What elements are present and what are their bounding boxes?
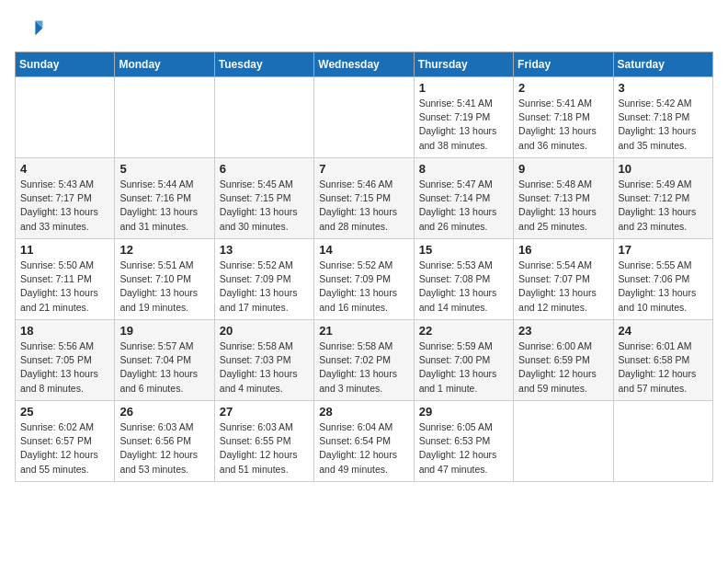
calendar-cell: 6Sunrise: 5:45 AM Sunset: 7:15 PM Daylig…: [214, 158, 313, 239]
calendar-cell: 11Sunrise: 5:50 AM Sunset: 7:11 PM Dayli…: [16, 239, 115, 320]
calendar-cell: 18Sunrise: 5:56 AM Sunset: 7:05 PM Dayli…: [16, 320, 115, 401]
day-detail: Sunrise: 5:52 AM Sunset: 7:09 PM Dayligh…: [319, 259, 408, 315]
calendar-week-row: 18Sunrise: 5:56 AM Sunset: 7:05 PM Dayli…: [16, 320, 713, 401]
day-number: 17: [619, 243, 708, 257]
day-number: 8: [419, 162, 508, 176]
day-detail: Sunrise: 5:41 AM Sunset: 7:18 PM Dayligh…: [518, 97, 608, 153]
day-detail: Sunrise: 5:58 AM Sunset: 7:03 PM Dayligh…: [220, 339, 309, 396]
calendar-cell: [613, 401, 712, 482]
calendar-cell: 26Sunrise: 6:03 AM Sunset: 6:56 PM Dayli…: [115, 401, 214, 482]
day-number: 2: [518, 81, 608, 95]
day-detail: Sunrise: 6:05 AM Sunset: 6:53 PM Dayligh…: [419, 420, 508, 477]
day-number: 23: [518, 324, 608, 338]
calendar-cell: [115, 77, 214, 158]
day-number: 29: [419, 405, 508, 419]
calendar-cell: 22Sunrise: 5:59 AM Sunset: 7:00 PM Dayli…: [414, 320, 513, 401]
calendar-cell: 8Sunrise: 5:47 AM Sunset: 7:14 PM Daylig…: [414, 158, 513, 239]
day-detail: Sunrise: 6:03 AM Sunset: 6:56 PM Dayligh…: [119, 420, 209, 477]
day-number: 20: [220, 324, 309, 338]
day-detail: Sunrise: 6:02 AM Sunset: 6:57 PM Dayligh…: [20, 420, 109, 477]
day-number: 5: [119, 162, 209, 176]
calendar-cell: 21Sunrise: 5:58 AM Sunset: 7:02 PM Dayli…: [314, 320, 414, 401]
day-number: 25: [20, 405, 109, 419]
calendar-week-row: 4Sunrise: 5:43 AM Sunset: 7:17 PM Daylig…: [16, 158, 713, 239]
day-number: 16: [518, 243, 608, 257]
calendar-cell: [16, 77, 115, 158]
day-number: 7: [319, 162, 408, 176]
day-detail: Sunrise: 5:59 AM Sunset: 7:00 PM Dayligh…: [419, 339, 508, 396]
day-number: 21: [319, 324, 408, 338]
calendar-cell: 16Sunrise: 5:54 AM Sunset: 7:07 PM Dayli…: [514, 239, 613, 320]
day-detail: Sunrise: 5:58 AM Sunset: 7:02 PM Dayligh…: [319, 339, 408, 396]
calendar-cell: [314, 77, 414, 158]
day-detail: Sunrise: 5:51 AM Sunset: 7:10 PM Dayligh…: [119, 259, 209, 315]
day-detail: Sunrise: 5:42 AM Sunset: 7:18 PM Dayligh…: [619, 97, 708, 153]
day-detail: Sunrise: 5:52 AM Sunset: 7:09 PM Dayligh…: [220, 259, 309, 315]
calendar-table: SundayMondayTuesdayWednesdayThursdayFrid…: [15, 52, 713, 482]
day-number: 24: [619, 324, 708, 338]
day-number: 13: [220, 243, 309, 257]
calendar-cell: 20Sunrise: 5:58 AM Sunset: 7:03 PM Dayli…: [214, 320, 313, 401]
day-detail: Sunrise: 5:48 AM Sunset: 7:13 PM Dayligh…: [518, 178, 608, 234]
calendar-cell: 27Sunrise: 6:03 AM Sunset: 6:55 PM Dayli…: [214, 401, 313, 482]
calendar-cell: 25Sunrise: 6:02 AM Sunset: 6:57 PM Dayli…: [16, 401, 115, 482]
day-number: 26: [119, 405, 209, 419]
day-detail: Sunrise: 5:50 AM Sunset: 7:11 PM Dayligh…: [20, 259, 109, 315]
calendar-cell: 13Sunrise: 5:52 AM Sunset: 7:09 PM Dayli…: [214, 239, 313, 320]
day-number: 12: [119, 243, 209, 257]
calendar-cell: 4Sunrise: 5:43 AM Sunset: 7:17 PM Daylig…: [16, 158, 115, 239]
calendar-cell: 9Sunrise: 5:48 AM Sunset: 7:13 PM Daylig…: [514, 158, 613, 239]
day-detail: Sunrise: 6:00 AM Sunset: 6:59 PM Dayligh…: [518, 339, 608, 396]
day-number: 27: [220, 405, 309, 419]
day-number: 28: [319, 405, 408, 419]
day-number: 22: [419, 324, 508, 338]
day-detail: Sunrise: 5:43 AM Sunset: 7:17 PM Dayligh…: [20, 178, 109, 234]
day-detail: Sunrise: 5:57 AM Sunset: 7:04 PM Dayligh…: [119, 339, 209, 396]
calendar-cell: 19Sunrise: 5:57 AM Sunset: 7:04 PM Dayli…: [115, 320, 214, 401]
calendar-cell: 12Sunrise: 5:51 AM Sunset: 7:10 PM Dayli…: [115, 239, 214, 320]
day-number: 3: [619, 81, 708, 95]
day-number: 10: [619, 162, 708, 176]
day-detail: Sunrise: 5:49 AM Sunset: 7:12 PM Dayligh…: [619, 178, 708, 234]
calendar-cell: 24Sunrise: 6:01 AM Sunset: 6:58 PM Dayli…: [613, 320, 712, 401]
calendar-week-row: 25Sunrise: 6:02 AM Sunset: 6:57 PM Dayli…: [16, 401, 713, 482]
day-detail: Sunrise: 5:41 AM Sunset: 7:19 PM Dayligh…: [419, 97, 508, 153]
page-header: [15, 15, 713, 44]
day-detail: Sunrise: 5:56 AM Sunset: 7:05 PM Dayligh…: [20, 339, 109, 396]
calendar-cell: 28Sunrise: 6:04 AM Sunset: 6:54 PM Dayli…: [314, 401, 414, 482]
day-of-week-header: Sunday: [16, 52, 115, 77]
calendar-cell: 2Sunrise: 5:41 AM Sunset: 7:18 PM Daylig…: [514, 77, 613, 158]
logo: [15, 15, 48, 44]
day-of-week-header: Wednesday: [314, 52, 414, 77]
day-detail: Sunrise: 5:54 AM Sunset: 7:07 PM Dayligh…: [518, 259, 608, 315]
day-detail: Sunrise: 5:47 AM Sunset: 7:14 PM Dayligh…: [419, 178, 508, 234]
day-of-week-header: Tuesday: [214, 52, 313, 77]
day-number: 4: [20, 162, 109, 176]
day-detail: Sunrise: 6:04 AM Sunset: 6:54 PM Dayligh…: [319, 420, 408, 477]
calendar-cell: [214, 77, 313, 158]
day-detail: Sunrise: 5:53 AM Sunset: 7:08 PM Dayligh…: [419, 259, 508, 315]
calendar-cell: 1Sunrise: 5:41 AM Sunset: 7:19 PM Daylig…: [414, 77, 513, 158]
day-number: 9: [518, 162, 608, 176]
day-number: 15: [419, 243, 508, 257]
day-detail: Sunrise: 5:46 AM Sunset: 7:15 PM Dayligh…: [319, 178, 408, 234]
calendar-cell: 10Sunrise: 5:49 AM Sunset: 7:12 PM Dayli…: [613, 158, 712, 239]
calendar-cell: [514, 401, 613, 482]
calendar-cell: 5Sunrise: 5:44 AM Sunset: 7:16 PM Daylig…: [115, 158, 214, 239]
day-number: 18: [20, 324, 109, 338]
day-number: 1: [419, 81, 508, 95]
day-detail: Sunrise: 6:03 AM Sunset: 6:55 PM Dayligh…: [220, 420, 309, 477]
calendar-cell: 29Sunrise: 6:05 AM Sunset: 6:53 PM Dayli…: [414, 401, 513, 482]
day-number: 11: [20, 243, 109, 257]
calendar-cell: 3Sunrise: 5:42 AM Sunset: 7:18 PM Daylig…: [613, 77, 712, 158]
calendar-cell: 14Sunrise: 5:52 AM Sunset: 7:09 PM Dayli…: [314, 239, 414, 320]
logo-icon: [15, 15, 44, 44]
calendar-header-row: SundayMondayTuesdayWednesdayThursdayFrid…: [16, 52, 713, 77]
day-of-week-header: Friday: [514, 52, 613, 77]
day-of-week-header: Thursday: [414, 52, 513, 77]
day-of-week-header: Saturday: [613, 52, 712, 77]
calendar-week-row: 1Sunrise: 5:41 AM Sunset: 7:19 PM Daylig…: [16, 77, 713, 158]
day-number: 14: [319, 243, 408, 257]
calendar-cell: 7Sunrise: 5:46 AM Sunset: 7:15 PM Daylig…: [314, 158, 414, 239]
day-number: 6: [220, 162, 309, 176]
